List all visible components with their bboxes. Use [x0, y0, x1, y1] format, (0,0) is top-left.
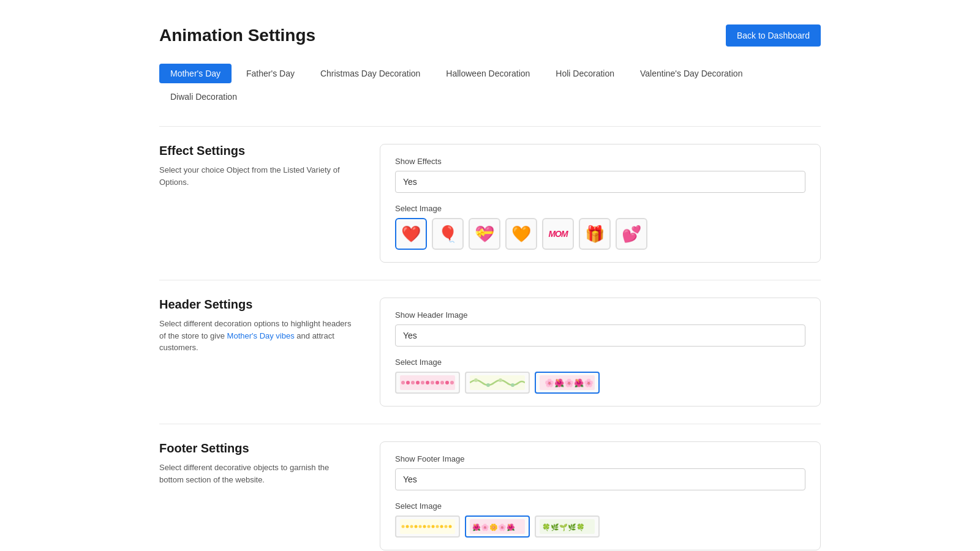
tab-fathers-day[interactable]: Father's Day [235, 64, 306, 83]
footer-settings-card: Show Footer Image Select Image [380, 441, 821, 550]
svg-point-25 [423, 525, 426, 528]
tab-mothers-day[interactable]: Mother's Day [159, 64, 232, 83]
header-banner-1[interactable] [395, 372, 460, 394]
show-footer-label: Show Footer Image [395, 454, 805, 463]
svg-point-7 [431, 381, 434, 384]
header-settings-info: Header Settings Select different decorat… [159, 298, 355, 407]
header-settings-card: Show Header Image Select Image [380, 298, 821, 407]
header-banner-2[interactable] [465, 372, 530, 394]
svg-point-31 [449, 525, 452, 528]
back-to-dashboard-button[interactable]: Back to Dashboard [726, 24, 821, 47]
tab-holi[interactable]: Holi Decoration [545, 64, 625, 83]
svg-point-26 [428, 525, 431, 528]
footer-settings-info: Footer Settings Select different decorat… [159, 441, 355, 550]
svg-point-16 [511, 383, 514, 387]
tab-valentines[interactable]: Valentine's Day Decoration [629, 64, 753, 83]
effect-image-6[interactable]: 🎁 [579, 218, 611, 250]
effect-image-7[interactable]: 💕 [616, 218, 647, 250]
show-header-label: Show Header Image [395, 310, 805, 320]
effect-image-5[interactable]: MOM [542, 218, 574, 250]
svg-point-22 [410, 525, 413, 528]
svg-text:🍀🌿🌱🌿🍀: 🍀🌿🌱🌿🍀 [542, 523, 585, 531]
effect-image-1[interactable]: ❤️ [395, 218, 427, 250]
footer-settings-desc: Select different decorative objects to g… [159, 462, 355, 485]
footer-settings-section: Footer Settings Select different decorat… [159, 424, 821, 551]
select-image-label-effects: Select Image [395, 204, 805, 213]
footer-image-selector: 🌺🌸🌼🌸🌺 🍀🌿🌱🌿🍀 [395, 515, 805, 538]
footer-banner-3[interactable]: 🍀🌿🌱🌿🍀 [535, 515, 600, 538]
header-settings-section: Header Settings Select different decorat… [159, 280, 821, 424]
tab-halloween[interactable]: Halloween Decoration [435, 64, 541, 83]
footer-banner-1[interactable] [395, 515, 460, 538]
svg-text:🌺🌸🌼🌸🌺: 🌺🌸🌼🌸🌺 [472, 523, 515, 531]
svg-point-23 [415, 525, 418, 528]
svg-point-4 [416, 381, 420, 384]
select-image-label-header: Select Image [395, 358, 805, 367]
svg-point-21 [406, 525, 409, 528]
effect-image-2[interactable]: 🎈 [432, 218, 464, 250]
page-header: Animation Settings Back to Dashboard [159, 24, 821, 47]
svg-point-5 [421, 381, 424, 384]
svg-point-6 [426, 381, 429, 384]
svg-point-24 [419, 525, 422, 528]
svg-point-2 [406, 381, 410, 384]
header-image-selector: 🌸🌺🌸🌺🌸 [395, 372, 805, 394]
svg-point-1 [401, 381, 405, 384]
footer-banner-2[interactable]: 🌺🌸🌼🌸🌺 [465, 515, 530, 538]
header-settings-title: Header Settings [159, 298, 355, 312]
svg-rect-12 [470, 375, 525, 390]
effect-settings-desc: Select your choice Object from the Liste… [159, 164, 355, 188]
svg-text:🌸🌺🌸🌺🌸: 🌸🌺🌸🌺🌸 [545, 378, 594, 388]
svg-point-8 [435, 381, 439, 384]
show-effects-label: Show Effects [395, 157, 805, 166]
svg-point-13 [474, 378, 478, 382]
svg-point-27 [432, 525, 435, 528]
effect-settings-card: Show Effects Select Image ❤️🎈💝🧡MOM🎁💕 [380, 144, 821, 263]
svg-point-29 [440, 525, 443, 528]
effect-settings-info: Effect Settings Select your choice Objec… [159, 144, 355, 263]
svg-point-11 [450, 381, 454, 384]
effect-settings-section: Effect Settings Select your choice Objec… [159, 126, 821, 280]
header-banner-3[interactable]: 🌸🌺🌸🌺🌸 [535, 372, 600, 394]
header-desc-highlight: Mother's Day vibes [227, 331, 295, 340]
select-image-label-footer: Select Image [395, 501, 805, 511]
svg-point-28 [436, 525, 439, 528]
header-settings-desc: Select different decoration options to h… [159, 318, 355, 354]
svg-point-15 [499, 378, 502, 382]
svg-point-20 [402, 525, 405, 528]
tab-diwali[interactable]: Diwali Decoration [159, 87, 248, 107]
show-footer-input[interactable] [395, 468, 805, 490]
svg-point-30 [445, 525, 448, 528]
effect-settings-title: Effect Settings [159, 144, 355, 158]
footer-settings-title: Footer Settings [159, 441, 355, 455]
show-header-input[interactable] [395, 324, 805, 347]
svg-point-14 [486, 383, 490, 387]
page-title: Animation Settings [159, 26, 315, 45]
svg-point-3 [411, 381, 415, 384]
effect-image-4[interactable]: 🧡 [505, 218, 537, 250]
svg-point-10 [445, 381, 449, 384]
tabs-row: Mother's DayFather's DayChristmas Day De… [159, 64, 821, 107]
effect-image-3[interactable]: 💝 [469, 218, 500, 250]
show-effects-input[interactable] [395, 171, 805, 193]
tab-christmas[interactable]: Christmas Day Decoration [309, 64, 431, 83]
effect-image-selector: ❤️🎈💝🧡MOM🎁💕 [395, 218, 805, 250]
svg-point-9 [440, 381, 444, 384]
